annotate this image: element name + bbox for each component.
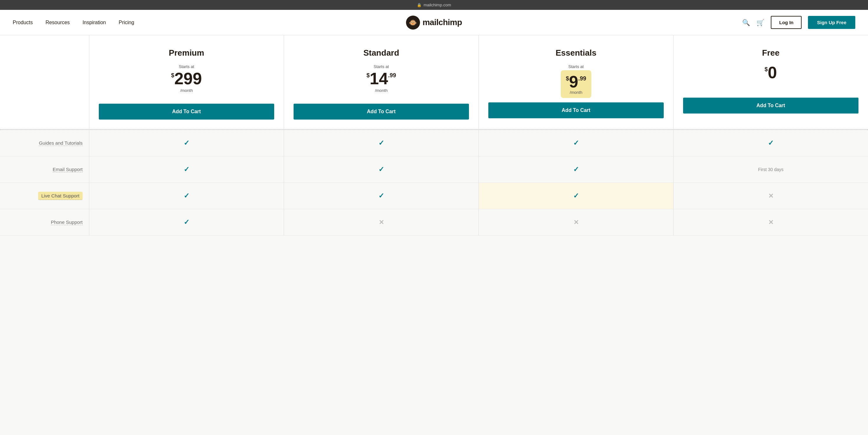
feature-label-guides: Guides and Tutorials: [39, 140, 83, 146]
features-table: Guides and Tutorials ✓ ✓ ✓ ✓ Email Suppo…: [0, 129, 868, 236]
feature-cell-phone-essentials: ✕: [478, 209, 673, 236]
nav-left: Products Resources Inspiration Pricing: [13, 20, 134, 25]
main-content: Premium Starts at $ 299 /month Add To Ca…: [0, 35, 868, 236]
price-dollar-essentials: $: [566, 75, 569, 82]
feature-label-livechat: Live Chat Support: [38, 192, 83, 200]
plan-col-premium: Premium Starts at $ 299 /month Add To Ca…: [89, 35, 284, 129]
price-block-essentials: $ 9 .99: [566, 74, 586, 90]
check-icon: ✓: [184, 165, 189, 174]
check-icon: ✓: [573, 192, 579, 200]
price-main-premium: 299: [175, 70, 202, 87]
price-main-free: 0: [768, 64, 777, 81]
nav-item-products[interactable]: Products: [13, 20, 33, 25]
price-main-standard: 14: [370, 70, 388, 87]
starts-at-essentials: Starts at: [488, 64, 664, 69]
price-month-premium: /month: [99, 88, 274, 93]
feature-label-cell-guides: Guides and Tutorials: [0, 130, 89, 156]
feature-cell-phone-free: ✕: [673, 209, 868, 236]
navigation: Products Resources Inspiration Pricing 🐵…: [0, 10, 868, 35]
domain-text: mailchimp.com: [424, 3, 451, 7]
nav-right: 🔍 🛒 Log In Sign Up Free: [742, 16, 855, 29]
add-to-cart-free[interactable]: Add To Cart: [683, 97, 859, 114]
mailchimp-monkey-icon: 🐵: [406, 16, 420, 30]
plan-name-premium: Premium: [99, 48, 274, 58]
check-icon: ✓: [184, 192, 189, 200]
price-block-free: $ 0: [683, 64, 859, 81]
feature-cell-email-essentials: ✓: [478, 156, 673, 183]
nav-item-inspiration[interactable]: Inspiration: [83, 20, 106, 25]
logo-text: mailchimp: [423, 18, 462, 27]
plan-name-standard: Standard: [293, 48, 469, 58]
feature-cell-livechat-essentials: ✓: [478, 183, 673, 209]
plan-col-standard: Standard Starts at $ 14 .99 /month Add T…: [284, 35, 478, 129]
check-icon: ✓: [573, 139, 579, 147]
feature-cell-phone-premium: ✓: [89, 209, 284, 236]
signup-button[interactable]: Sign Up Free: [808, 16, 855, 29]
add-to-cart-standard[interactable]: Add To Cart: [293, 104, 469, 120]
top-bar: 🔒 mailchimp.com: [0, 0, 868, 10]
nav-item-pricing[interactable]: Pricing: [119, 20, 134, 25]
price-month-standard: /month: [293, 88, 469, 93]
plan-col-free: Free $ 0 Add To Cart: [673, 35, 868, 129]
login-button[interactable]: Log In: [771, 16, 802, 29]
x-icon: ✕: [574, 219, 579, 226]
feature-cell-livechat-free: ✕: [673, 183, 868, 209]
price-block-standard: $ 14 .99: [293, 70, 469, 87]
feature-cell-email-free: First 30 days: [673, 156, 868, 183]
check-icon: ✓: [184, 218, 189, 226]
price-cents-essentials: .99: [578, 75, 586, 82]
feature-label-cell-phone: Phone Support: [0, 209, 89, 236]
feature-cell-email-standard: ✓: [284, 156, 478, 183]
check-icon: ✓: [378, 192, 384, 200]
price-cents-standard: .99: [388, 72, 396, 79]
plan-name-essentials: Essentials: [488, 48, 664, 58]
starts-at-standard: Starts at: [293, 64, 469, 69]
feature-cell-guides-standard: ✓: [284, 130, 478, 156]
add-to-cart-premium[interactable]: Add To Cart: [99, 104, 274, 120]
price-highlight-essentials: $ 9 .99 /month: [561, 70, 591, 98]
price-month-essentials: /month: [570, 90, 582, 95]
nav-item-resources[interactable]: Resources: [45, 20, 69, 25]
check-icon: ✓: [573, 165, 579, 174]
starts-at-premium: Starts at: [99, 64, 274, 69]
feature-cell-phone-standard: ✕: [284, 209, 478, 236]
x-icon: ✕: [768, 192, 774, 200]
feature-cell-guides-free: ✓: [673, 130, 868, 156]
feature-cell-livechat-premium: ✓: [89, 183, 284, 209]
features-section: Guides and Tutorials ✓ ✓ ✓ ✓ Email Suppo…: [0, 129, 868, 236]
plan-col-essentials: Essentials Starts at $ 9 .99 /month Add …: [478, 35, 673, 129]
label-col-header: [0, 35, 89, 129]
feature-label-email: Email Support: [53, 167, 83, 172]
price-month-free: [683, 82, 859, 87]
search-icon[interactable]: 🔍: [742, 19, 750, 26]
lock-icon: 🔒: [417, 3, 422, 7]
first-30-days-text: First 30 days: [758, 167, 783, 172]
feature-label-cell-email: Email Support: [0, 156, 89, 183]
feature-label-cell-livechat: Live Chat Support: [0, 183, 89, 209]
price-main-essentials: 9: [569, 74, 578, 90]
price-block-premium: $ 299: [99, 70, 274, 87]
check-icon: ✓: [378, 139, 384, 147]
price-dollar-free: $: [765, 66, 768, 73]
x-icon: ✕: [768, 219, 774, 226]
check-icon: ✓: [184, 139, 189, 147]
nav-logo[interactable]: 🐵 mailchimp: [406, 16, 462, 30]
check-icon: ✓: [378, 165, 384, 174]
feature-cell-guides-premium: ✓: [89, 130, 284, 156]
cart-icon[interactable]: 🛒: [756, 19, 765, 26]
plan-name-free: Free: [683, 48, 859, 58]
feature-cell-livechat-standard: ✓: [284, 183, 478, 209]
feature-label-phone: Phone Support: [51, 220, 83, 225]
x-icon: ✕: [379, 219, 384, 226]
price-dollar-premium: $: [171, 72, 175, 79]
feature-cell-email-premium: ✓: [89, 156, 284, 183]
price-dollar-standard: $: [367, 72, 370, 79]
add-to-cart-essentials[interactable]: Add To Cart: [488, 103, 664, 118]
check-icon: ✓: [768, 139, 774, 147]
feature-cell-guides-essentials: ✓: [478, 130, 673, 156]
pricing-table: Premium Starts at $ 299 /month Add To Ca…: [0, 35, 868, 129]
